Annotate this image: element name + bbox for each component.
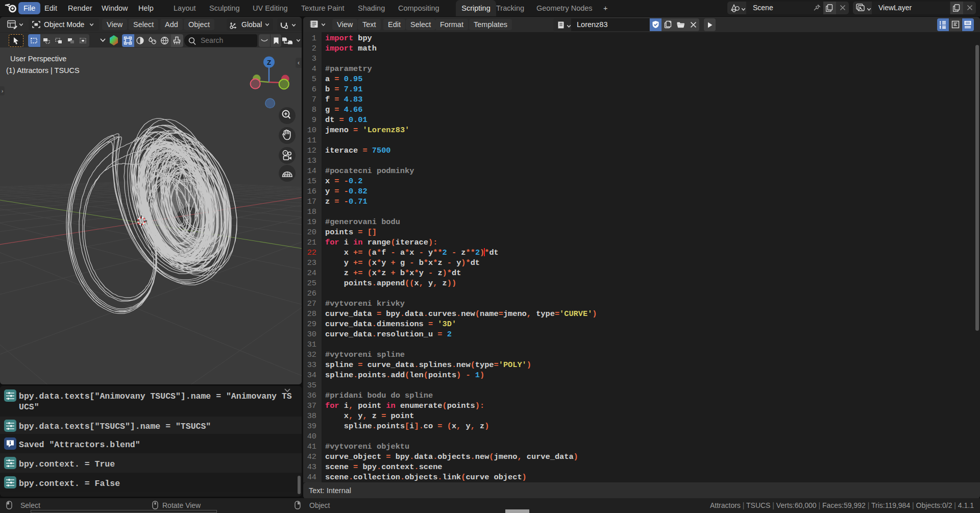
svg-text:Z: Z — [267, 59, 271, 66]
